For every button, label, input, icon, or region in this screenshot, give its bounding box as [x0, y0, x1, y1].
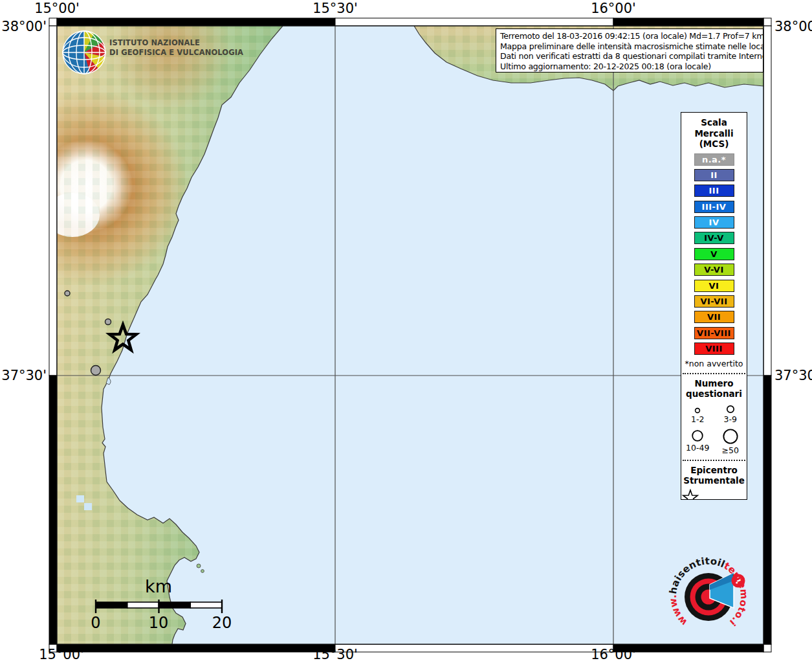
- axis-label-bottom-right: 16°00': [591, 647, 636, 662]
- mcs-scale-vi-vii: VI-VII: [694, 295, 734, 308]
- mcs-scale-vi: VI: [694, 280, 734, 292]
- mcs-scale-list: n.a.* II III III-IV IV IV-V V V-VI VI VI…: [681, 153, 747, 355]
- info-line-data: Dati non verificati estratti da 8 questi…: [500, 51, 760, 62]
- lake: [84, 503, 92, 510]
- size-item-10-49: 10-49: [681, 428, 714, 455]
- legend-divider: [683, 460, 745, 461]
- scalebar-tick-0: 0: [91, 614, 100, 632]
- legend-title-line1: Scala: [681, 117, 747, 128]
- ingv-org-line2: DI GEOFISICA E VULCANOLOGIA: [109, 48, 243, 58]
- islet: [197, 564, 201, 568]
- size-circle-10-49: [691, 428, 704, 442]
- mcs-scale-vii: VII: [694, 311, 734, 323]
- legend-title-line3: (MCS): [681, 139, 747, 150]
- size-item-1-2: 1-2: [681, 402, 714, 424]
- scalebar-unit-label: km: [145, 576, 172, 596]
- axis-label-top-right: 16°00': [591, 1, 636, 16]
- legend-panel: Scala Mercalli (MCS) n.a.* II III III-IV…: [681, 112, 747, 500]
- intensity-marker: [91, 366, 101, 376]
- mcs-scale-iv: IV: [694, 216, 734, 229]
- ingv-logo-text: ISTITUTO NAZIONALE DI GEOFISICA E VULCAN…: [109, 38, 243, 57]
- info-line-updated: Ultimo aggiornamento: 20-12-2025 00:18 (…: [500, 62, 760, 72]
- questionnaire-title-line2: questionari: [681, 388, 747, 399]
- size-label-10-49: 10-49: [686, 444, 709, 453]
- questionnaire-title-line1: Numero: [681, 378, 747, 389]
- mcs-scale-iv-v: IV-V: [694, 232, 734, 244]
- legend-divider: [683, 373, 745, 374]
- epicenter-star-symbol: [681, 489, 747, 500]
- size-label-50plus: ≥50: [722, 446, 739, 455]
- size-item-50plus: ≥50: [714, 428, 747, 455]
- mcs-scale-vii-viii: VII-VIII: [694, 327, 734, 339]
- axis-label-bottom-left: 15°00': [39, 647, 84, 662]
- epicenter-title-line1: Epicentro: [681, 465, 747, 476]
- scalebar-tick-10: 10: [149, 614, 169, 632]
- axis-label-bottom-center: 15°30': [313, 647, 358, 662]
- seismic-intensity-map-page: ? www.haisentitoilterremoto.it 15°00' 15…: [0, 0, 812, 663]
- ingv-logo-globe: [63, 31, 106, 74]
- axis-label-right-3730: 37°30': [774, 368, 812, 383]
- scalebar-tick-20: 20: [212, 614, 232, 632]
- mcs-scale-iii-iv: III-IV: [694, 201, 734, 213]
- mcs-scale-ii: II: [694, 169, 734, 181]
- epicenter-legend-title: Epicentro Strumentale: [681, 465, 747, 486]
- questionnaire-legend-title: Numero questionari: [681, 378, 747, 399]
- legend-footnote: *non avvertito: [681, 359, 747, 368]
- islet: [201, 570, 204, 573]
- axis-label-left-3730: 37°30': [0, 368, 47, 383]
- earthquake-info-box: Terremoto del 18-03-2016 09:42:15 (ora l…: [496, 28, 763, 73]
- legend-title-line2: Mercalli: [681, 128, 747, 139]
- questionnaire-size-legend: 1-2 3-9 10-49 ≥50: [681, 402, 747, 455]
- mcs-scale-viii: VIII: [694, 343, 734, 355]
- mcs-scale-v-vi: V-VI: [694, 264, 734, 276]
- info-line-event: Terremoto del 18-03-2016 09:42:15 (ora l…: [500, 31, 760, 41]
- intensity-marker: [105, 319, 111, 325]
- size-circle-50plus: [722, 428, 739, 445]
- mcs-scale-na: n.a.*: [694, 153, 734, 166]
- axis-label-top-left: 15°00': [34, 1, 80, 16]
- axis-label-top-center: 15°30': [313, 1, 358, 16]
- epicenter-title-line2: Strumentale: [681, 475, 747, 486]
- legend-title: Scala Mercalli (MCS): [681, 117, 747, 150]
- size-circle-3-9: [726, 402, 735, 414]
- size-label-1-2: 1-2: [691, 415, 704, 424]
- lake: [76, 495, 84, 502]
- size-item-3-9: 3-9: [714, 402, 747, 424]
- size-circle-1-2: [694, 402, 701, 414]
- size-label-3-9: 3-9: [724, 415, 737, 424]
- mcs-scale-v: V: [694, 248, 734, 260]
- mcs-scale-iii: III: [694, 185, 734, 197]
- intensity-marker: [65, 291, 70, 296]
- axis-label-right-38: 38°00': [774, 19, 812, 34]
- info-line-map: Mappa preliminare delle intensità macros…: [500, 41, 760, 52]
- axis-label-left-38: 38°00': [0, 19, 47, 34]
- ingv-org-line1: ISTITUTO NAZIONALE: [109, 38, 243, 48]
